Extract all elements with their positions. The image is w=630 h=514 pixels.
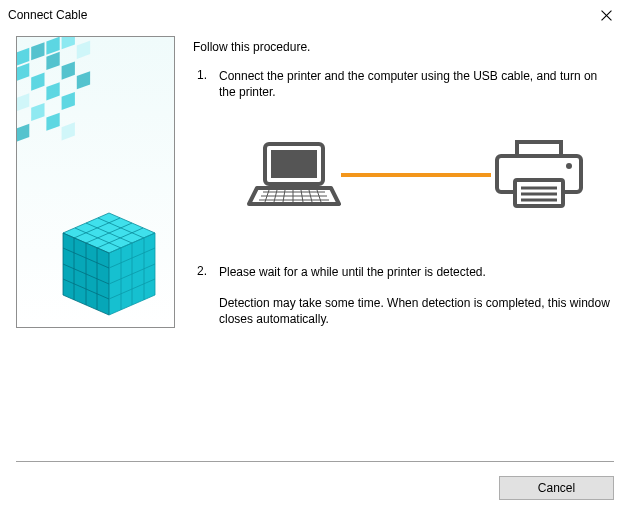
svg-rect-17 [46,113,59,131]
instructions-panel: Follow this procedure. 1. Connect the pr… [193,36,614,341]
step-2-body: Please wait for a while until the printe… [219,264,614,327]
svg-rect-8 [77,41,90,59]
laptop-icon [247,140,341,210]
svg-rect-18 [62,122,75,140]
connection-diagram [219,140,614,210]
svg-rect-7 [46,52,59,70]
title-bar: Connect Cable [0,0,630,30]
svg-rect-13 [77,71,90,89]
step-1: 1. Connect the printer and the computer … [193,68,614,250]
footer-buttons: Cancel [499,476,614,500]
close-button[interactable] [586,1,626,29]
svg-rect-4 [46,37,59,55]
svg-rect-6 [16,63,29,81]
svg-rect-12 [46,82,59,100]
step-2-number: 2. [193,264,207,327]
svg-rect-5 [62,37,75,49]
window-title: Connect Cable [8,8,87,22]
step-2: 2. Please wait for a while until the pri… [193,264,614,327]
decorative-image [16,36,175,328]
svg-rect-52 [271,150,317,178]
step-1-number: 1. [193,68,207,250]
step-2-note: Detection may take some time. When detec… [219,295,614,327]
svg-rect-9 [31,73,44,91]
svg-rect-15 [62,92,75,110]
printer-icon [491,140,587,210]
svg-rect-14 [31,103,44,121]
step-1-text: Connect the printer and the computer usi… [219,68,614,100]
dialog-content: Follow this procedure. 1. Connect the pr… [0,30,630,341]
step-1-body: Connect the printer and the computer usi… [219,68,614,250]
footer-divider [16,461,614,462]
svg-rect-10 [62,62,75,80]
usb-cable-icon [341,172,491,178]
step-2-text: Please wait for a while until the printe… [219,264,614,280]
svg-rect-64 [517,142,561,156]
svg-point-66 [566,163,572,169]
svg-rect-11 [16,93,29,111]
cube-grid-graphic [16,37,175,227]
close-icon [601,10,612,21]
svg-rect-3 [31,42,44,60]
cancel-button[interactable]: Cancel [499,476,614,500]
svg-rect-16 [16,124,29,142]
intro-text: Follow this procedure. [193,40,614,54]
svg-rect-2 [16,48,29,66]
cube-graphic [59,211,159,321]
